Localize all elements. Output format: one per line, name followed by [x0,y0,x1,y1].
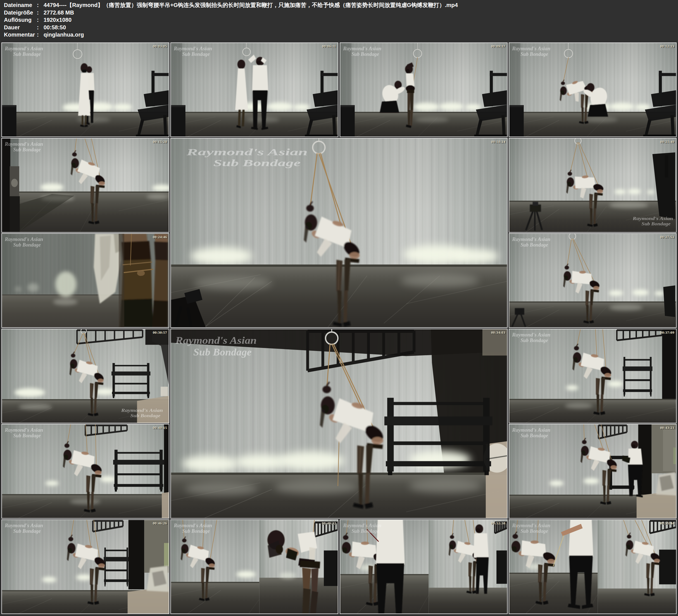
svg-text:Raymond's Asian: Raymond's Asian [512,523,550,528]
svg-text:Raymond's Asian: Raymond's Asian [4,141,43,147]
svg-text:Sub Bondage: Sub Bondage [351,528,379,534]
svg-text:Raymond's Asian: Raymond's Asian [175,335,257,346]
svg-text:Sub Bondage: Sub Bondage [642,222,671,227]
svg-text:Sub Bondage: Sub Bondage [13,51,41,57]
svg-text:Raymond's Asian: Raymond's Asian [512,427,550,433]
svg-text:Sub Bondage: Sub Bondage [521,433,548,438]
svg-text:Sub Bondage: Sub Bondage [521,242,548,248]
svg-text:Sub Bondage: Sub Bondage [182,528,210,534]
svg-text:Raymond's Asian: Raymond's Asian [512,236,550,242]
svg-text:Raymond's Asian: Raymond's Asian [174,46,212,51]
svg-text:Raymond's Asian: Raymond's Asian [633,216,673,221]
svg-text:Sub Bondage: Sub Bondage [521,51,548,57]
svg-text:Sub Bondage: Sub Bondage [13,433,41,438]
svg-text:Raymond's Asian: Raymond's Asian [4,46,43,51]
svg-text:Raymond's Asian: Raymond's Asian [186,147,308,157]
svg-text:Raymond's Asian: Raymond's Asian [343,523,381,528]
svg-text:Raymond's Asian: Raymond's Asian [4,523,43,528]
svg-text:Raymond's Asian: Raymond's Asian [121,408,163,413]
svg-text:Raymond's Asian: Raymond's Asian [343,46,381,51]
svg-text:Raymond's Asian: Raymond's Asian [512,46,550,51]
svg-text:Sub Bondage: Sub Bondage [182,51,210,57]
svg-text:Sub Bondage: Sub Bondage [193,347,252,358]
svg-text:Raymond's Asian: Raymond's Asian [512,332,550,338]
svg-text:Raymond's Asian: Raymond's Asian [4,427,43,433]
svg-text:Sub Bondage: Sub Bondage [213,158,301,168]
svg-text:Sub Bondage: Sub Bondage [521,338,548,343]
svg-text:Sub Bondage: Sub Bondage [130,413,160,418]
svg-text:Sub Bondage: Sub Bondage [521,528,548,534]
svg-text:Sub Bondage: Sub Bondage [13,242,41,248]
svg-text:Raymond's Asian: Raymond's Asian [174,523,212,528]
svg-text:Sub Bondage: Sub Bondage [13,528,41,534]
svg-text:Raymond's Asian: Raymond's Asian [4,236,43,242]
svg-text:Sub Bondage: Sub Bondage [351,51,379,57]
svg-text:Sub Bondage: Sub Bondage [13,147,41,152]
